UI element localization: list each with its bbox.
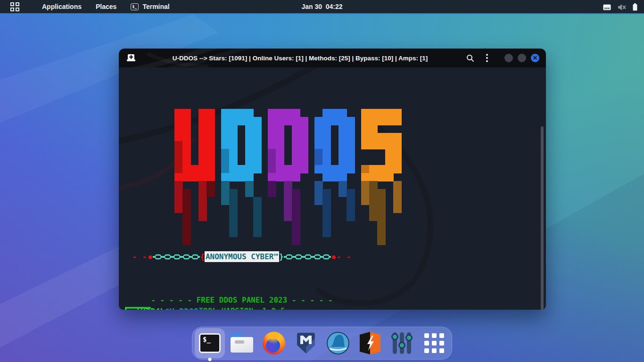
pixel-cell	[385, 149, 394, 157]
dock-item-mixer[interactable]	[390, 331, 414, 355]
minimize-button[interactable]	[504, 54, 513, 62]
close-button[interactable]: ✕	[531, 54, 539, 62]
search-icon[interactable]	[464, 52, 476, 64]
pixel-cell	[174, 133, 183, 141]
pixel-cell	[245, 125, 254, 133]
u-ddos-pixel-logo	[174, 109, 401, 181]
pixel-drip	[198, 181, 207, 221]
pixel-letter-U	[174, 109, 215, 181]
pixel-cell	[339, 109, 347, 117]
new-tab-button[interactable]	[126, 54, 136, 63]
pixel-cell	[253, 133, 262, 141]
pixel-cell	[253, 157, 262, 165]
pixel-cell	[369, 165, 378, 173]
pixel-cell	[339, 173, 347, 181]
pixel-cell	[182, 125, 191, 133]
pixel-cell	[229, 109, 238, 117]
prompt-at: @	[165, 307, 169, 310]
pixel-cell	[361, 109, 370, 117]
dock-item-metasploit[interactable]	[294, 331, 318, 355]
pixel-cell	[339, 117, 347, 125]
pixel-cell	[300, 149, 308, 157]
scrollbar-thumb[interactable]	[541, 126, 544, 310]
system-tray[interactable]	[603, 0, 637, 14]
panel-clock[interactable]: Jan 30 04:22	[301, 3, 342, 10]
pixel-cell	[245, 133, 254, 141]
pixel-cell	[369, 141, 378, 149]
pixel-drip	[369, 181, 378, 221]
pixel-cell	[361, 165, 370, 173]
pixel-cell	[221, 165, 230, 173]
pixel-cell	[268, 117, 276, 125]
pixel-cell	[369, 109, 378, 117]
pixel-cell	[385, 173, 394, 181]
pixel-cell	[206, 157, 215, 165]
pixel-cell	[347, 165, 355, 173]
pixel-cell	[393, 149, 402, 157]
menu-terminal[interactable]: $_Terminal	[124, 0, 176, 13]
pixel-cell	[206, 149, 215, 157]
dock-item-burp-suite[interactable]	[358, 331, 382, 355]
firefox-icon	[263, 332, 285, 354]
pixel-cell	[322, 173, 331, 181]
pixel-cell	[253, 165, 262, 173]
pixel-cell	[377, 117, 386, 125]
dock-item-firefox[interactable]	[262, 331, 286, 355]
pixel-cell	[198, 157, 207, 165]
network-icon[interactable]	[603, 4, 611, 10]
pixel-cell	[174, 141, 183, 149]
mixer-icon	[392, 331, 413, 355]
pixel-cell	[322, 125, 331, 133]
pixel-cell	[276, 117, 284, 125]
shell-prompt: [U7P4L@U-DDOS]	[136, 307, 203, 310]
maximize-button[interactable]	[518, 54, 526, 62]
window-titlebar[interactable]: U-DDOS --> Stars: [1091] | Online Users:…	[119, 49, 546, 67]
pixel-cell	[276, 125, 284, 133]
pixel-cell	[182, 141, 191, 149]
mixer-knob	[391, 333, 398, 340]
pixel-cell	[276, 157, 284, 165]
pixel-cell	[229, 165, 238, 173]
pixel-cell	[393, 165, 402, 173]
pixel-cell	[174, 117, 183, 125]
dock-item-terminal[interactable]: $_	[198, 331, 222, 355]
pixel-cell	[322, 157, 331, 165]
banner-text-block: - - ● { ANONYMOUS CYBER™ }	[129, 230, 355, 310]
chain-graphic	[153, 254, 200, 260]
pixel-cell	[369, 173, 378, 181]
menu-kebab-icon[interactable]	[481, 52, 493, 64]
pixel-cell	[276, 109, 284, 117]
battery-icon[interactable]	[633, 3, 637, 11]
audio-muted-icon[interactable]	[618, 4, 626, 11]
dock-item-wireshark[interactable]	[326, 331, 350, 355]
pixel-cell	[347, 141, 355, 149]
pixel-cell	[300, 133, 308, 141]
menu-places[interactable]: Places	[89, 0, 124, 13]
menu-label: Places	[96, 3, 116, 10]
activities-grid-icon[interactable]	[10, 2, 21, 11]
pixel-cell	[284, 117, 292, 125]
dock-item-files[interactable]	[230, 331, 254, 355]
dock-item-app-grid[interactable]	[422, 331, 446, 355]
menu-label: Applications	[42, 3, 82, 10]
pixel-cell	[369, 117, 378, 125]
pixel-cell	[385, 157, 394, 165]
pixel-cell	[339, 133, 347, 141]
pixel-cell	[292, 133, 300, 141]
pixel-drip	[206, 181, 215, 197]
pixel-cell	[314, 117, 323, 125]
pixel-cell	[206, 165, 215, 173]
pixel-drip	[174, 181, 183, 213]
pixel-cell	[268, 125, 276, 133]
terminal-body[interactable]: - - ● { ANONYMOUS CYBER™ }	[119, 67, 546, 310]
pixel-cell	[221, 157, 230, 165]
pixel-cell	[314, 149, 323, 157]
pixel-cell	[198, 165, 207, 173]
pixel-cell	[237, 165, 246, 173]
menu-applications[interactable]: Applications	[35, 0, 89, 13]
pixel-cell	[347, 149, 355, 157]
terminal-icon: $_	[199, 333, 221, 353]
pixel-cell	[268, 157, 276, 165]
sep-dashes: - -	[337, 251, 352, 262]
pixel-drip	[268, 181, 276, 197]
